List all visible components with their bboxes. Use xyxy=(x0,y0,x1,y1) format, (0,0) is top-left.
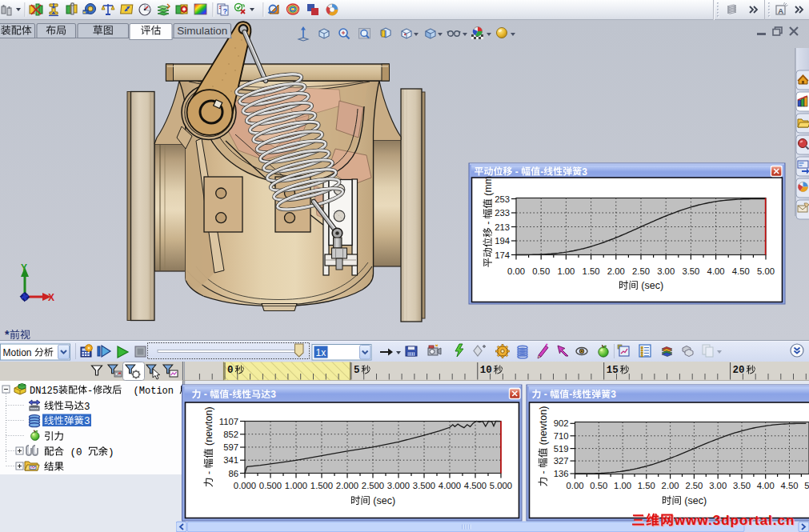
svg-text:2.50: 2.50 xyxy=(685,481,703,490)
svg-text:(sec): (sec) xyxy=(684,495,707,506)
svg-text:86: 86 xyxy=(228,469,238,478)
svg-text:852: 852 xyxy=(223,430,238,439)
svg-text:(mm: (mm xyxy=(483,176,494,196)
svg-text:-: - xyxy=(203,471,214,474)
svg-text:3: 3 xyxy=(582,166,587,178)
svg-text:4.00: 4.00 xyxy=(707,266,725,276)
svg-text:341: 341 xyxy=(223,455,238,465)
svg-text:710: 710 xyxy=(554,431,569,441)
svg-text:136: 136 xyxy=(554,469,569,478)
svg-text:2.00: 2.00 xyxy=(662,481,679,490)
svg-text:1.000: 1.000 xyxy=(285,481,307,490)
svg-text:4.500: 4.500 xyxy=(464,481,487,490)
svg-text:3.00: 3.00 xyxy=(709,481,727,490)
svg-text:-: - xyxy=(87,386,93,397)
svg-text:-: - xyxy=(569,389,572,400)
svg-text:0.000: 0.000 xyxy=(234,481,256,490)
svg-text:1.50: 1.50 xyxy=(583,266,600,276)
svg-text:194: 194 xyxy=(495,236,510,246)
svg-text:3.000: 3.000 xyxy=(387,481,410,490)
svg-text:327: 327 xyxy=(554,456,569,466)
svg-text:3: 3 xyxy=(270,389,276,400)
svg-text:1.50: 1.50 xyxy=(638,481,655,490)
svg-text:2.000: 2.000 xyxy=(336,481,358,490)
svg-text:0.500: 0.500 xyxy=(259,481,282,490)
svg-text:253: 253 xyxy=(495,194,510,204)
svg-text:4.000: 4.000 xyxy=(439,481,461,490)
svg-text:3.50: 3.50 xyxy=(733,481,751,490)
svg-text:*: * xyxy=(5,328,10,341)
svg-text:1.500: 1.500 xyxy=(310,481,333,490)
svg-text:3: 3 xyxy=(84,402,90,413)
svg-text:-: - xyxy=(515,166,519,178)
svg-text:174: 174 xyxy=(495,250,510,260)
svg-text:597: 597 xyxy=(223,442,238,452)
svg-text:233: 233 xyxy=(495,208,510,218)
svg-text:-: - xyxy=(540,166,543,178)
svg-text:2.500: 2.500 xyxy=(362,481,384,490)
svg-text:519: 519 xyxy=(554,444,569,454)
svg-text:5.00: 5.00 xyxy=(757,266,775,276)
svg-text:www.3dportal.cn: www.3dportal.cn xyxy=(674,513,795,528)
svg-text:(0: (0 xyxy=(70,447,82,458)
svg-text:3.00: 3.00 xyxy=(657,266,675,276)
svg-text:902: 902 xyxy=(554,418,569,428)
svg-text:1.00: 1.00 xyxy=(557,266,575,276)
svg-text:3: 3 xyxy=(611,389,616,400)
svg-text:5.00: 5.00 xyxy=(804,481,809,490)
svg-text:(newton): (newton) xyxy=(538,406,549,446)
svg-text:DN125: DN125 xyxy=(30,386,58,397)
svg-text:3: 3 xyxy=(84,416,90,427)
svg-text:4.50: 4.50 xyxy=(732,266,750,276)
svg-text:213: 213 xyxy=(495,222,510,232)
svg-text:0.50: 0.50 xyxy=(590,481,607,490)
svg-text:(Motion: (Motion xyxy=(134,386,174,397)
svg-text:2.00: 2.00 xyxy=(607,266,625,276)
svg-text:-: - xyxy=(204,389,207,400)
svg-text:-: - xyxy=(544,389,547,400)
svg-text:-: - xyxy=(483,222,494,225)
svg-text:(sec): (sec) xyxy=(641,280,663,291)
svg-text:5.000: 5.000 xyxy=(490,481,512,490)
svg-text:3.500: 3.500 xyxy=(413,481,435,490)
svg-text:3.50: 3.50 xyxy=(682,266,699,276)
svg-text:A: A xyxy=(778,6,783,15)
svg-text:5: 5 xyxy=(354,365,360,376)
svg-text:4.00: 4.00 xyxy=(757,481,775,490)
svg-text:Motion: Motion xyxy=(3,347,32,358)
svg-text:(sec): (sec) xyxy=(373,495,395,506)
svg-text:4.50: 4.50 xyxy=(781,481,799,490)
svg-text:-: - xyxy=(538,470,549,474)
svg-text:0: 0 xyxy=(227,365,234,376)
svg-text:X: X xyxy=(48,292,54,303)
svg-text:1107: 1107 xyxy=(219,417,238,426)
svg-text:2.50: 2.50 xyxy=(632,266,650,276)
svg-text:0.00: 0.00 xyxy=(567,481,584,490)
svg-text:0.50: 0.50 xyxy=(532,266,550,276)
svg-text:1x: 1x xyxy=(316,347,326,358)
svg-text:0.00: 0.00 xyxy=(507,266,525,276)
svg-text:Y: Y xyxy=(21,262,27,274)
svg-text:): ) xyxy=(108,447,114,458)
svg-text:1.00: 1.00 xyxy=(614,481,631,490)
svg-text:(newton): (newton) xyxy=(203,406,214,446)
svg-text:-: - xyxy=(229,389,232,400)
svg-text:?: ? xyxy=(223,7,228,15)
svg-text:Simulation: Simulation xyxy=(177,25,227,37)
